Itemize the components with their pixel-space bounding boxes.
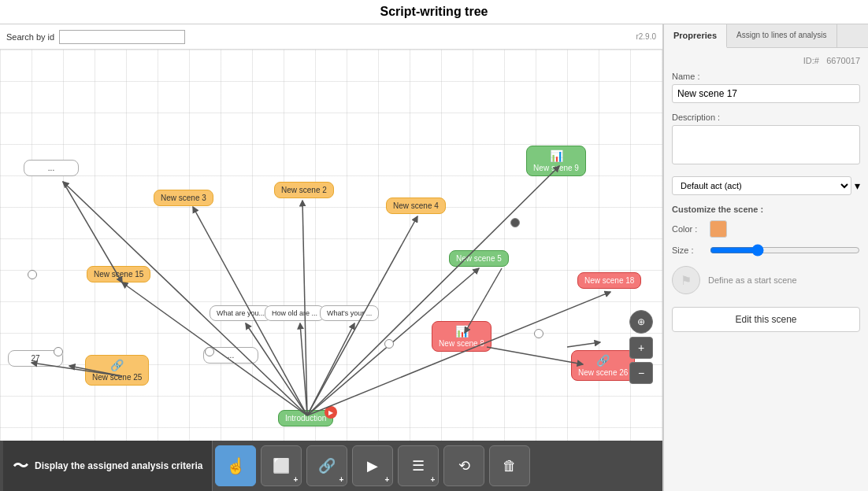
tab-properties[interactable]: Propreries <box>664 24 727 48</box>
connector-1 <box>28 270 37 279</box>
flag-icon: ⚑ <box>672 266 700 294</box>
svg-line-9 <box>300 323 307 415</box>
edit-scene-button[interactable]: Edit this scene <box>672 307 860 332</box>
panel-id-value: 6670017 <box>826 56 860 65</box>
node-new-scene-25[interactable]: 🔗 New scene 25 <box>85 355 149 386</box>
act-select[interactable]: Default act (act) Act 1 Act 2 Act 3 <box>672 176 851 195</box>
connector-6 <box>534 329 543 338</box>
node-new-scene-4[interactable]: New scene 4 <box>386 198 446 214</box>
panel-tabs: Propreries Assign to lines of analysis <box>664 24 868 48</box>
customize-section: Customize the scene : Color : Size : <box>672 205 860 257</box>
play-badge: ▶ <box>325 406 337 419</box>
canvas-area: Search by id r2.9.0 <box>0 24 663 491</box>
size-slider[interactable] <box>710 244 860 257</box>
tool-cursor[interactable]: ☝ <box>215 445 256 486</box>
search-label: Search by id <box>6 32 54 42</box>
connector-3 <box>205 347 214 356</box>
tab-assign-lines[interactable]: Assign to lines of analysis <box>727 24 837 47</box>
svg-line-13 <box>567 342 600 347</box>
name-field: Name : <box>672 72 860 103</box>
tool-delete[interactable]: 🗑 <box>489 445 530 486</box>
node-what-are-you[interactable]: What are you... <box>210 305 272 321</box>
description-input[interactable] <box>672 125 860 164</box>
node-new-scene-3[interactable]: New scene 3 <box>154 190 213 206</box>
node-new-scene-2[interactable]: New scene 2 <box>274 182 334 198</box>
color-swatch[interactable] <box>710 220 727 238</box>
tool-branch[interactable]: ⟲ <box>443 445 484 486</box>
color-row: Color : <box>672 220 860 238</box>
description-label: Description : <box>672 113 860 122</box>
analysis-button[interactable]: 〜 Display the assigned analysis criteria <box>3 441 213 491</box>
svg-line-12 <box>487 347 583 364</box>
svg-line-8 <box>246 323 307 415</box>
tool-link[interactable]: 🔗 + <box>306 445 347 486</box>
zoom-in-button[interactable]: + <box>629 337 653 359</box>
title-text: Script-writing tree <box>380 5 488 18</box>
node-new-scene-5[interactable]: New scene 5 <box>449 250 509 267</box>
node-new-scene-18[interactable]: New scene 18 <box>577 272 641 289</box>
connector-2 <box>54 347 63 356</box>
act-field: Default act (act) Act 1 Act 2 Act 3 ▾ <box>672 176 860 195</box>
color-label: Color : <box>672 224 703 234</box>
tool-play[interactable]: ▶ + <box>352 445 393 486</box>
analysis-icon: 〜 <box>13 456 28 477</box>
tool-scene[interactable]: ⬜ + <box>261 445 302 486</box>
connector-4 <box>384 339 394 349</box>
zoom-out-button[interactable]: − <box>629 362 653 384</box>
svg-line-10 <box>307 323 354 415</box>
start-scene-label: Define as a start scene <box>708 275 797 285</box>
description-field: Description : <box>672 113 860 167</box>
panel-content: ID:# 6670017 Name : Description : Defaul… <box>664 48 868 491</box>
act-dropdown-icon: ▾ <box>855 179 860 192</box>
center-button[interactable]: ⊕ <box>629 310 653 334</box>
zoom-controls: ⊕ + − <box>629 310 653 384</box>
search-input[interactable] <box>59 30 185 44</box>
app-title: Script-writing tree <box>0 0 868 24</box>
node-new-scene-15[interactable]: New scene 15 <box>87 266 150 282</box>
name-input[interactable] <box>672 84 860 103</box>
node-introduction[interactable]: ▶ Introduction <box>278 410 333 426</box>
size-row: Size : <box>672 244 860 257</box>
analysis-label: Display the assigned analysis criteria <box>35 460 202 471</box>
name-label: Name : <box>672 72 860 81</box>
size-label: Size : <box>672 246 703 255</box>
node-new-scene-26[interactable]: 🔗 New scene 26 <box>571 350 635 381</box>
connector-5 <box>510 218 520 227</box>
customize-label: Customize the scene : <box>672 205 860 214</box>
tool-list[interactable]: ☰ + <box>398 445 439 486</box>
node-whats-your[interactable]: What's your ... <box>320 305 379 321</box>
canvas-toolbar: Search by id r2.9.0 <box>0 24 662 50</box>
node-new-scene-9[interactable]: 📊 New scene 9 <box>526 146 586 176</box>
version-label: r2.9.0 <box>636 32 656 41</box>
start-scene-row: ⚑ Define as a start scene <box>672 266 860 294</box>
panel-id-row: ID:# 6670017 <box>672 56 860 65</box>
node-new-scene-8[interactable]: 📊 New scene 8 <box>432 321 491 352</box>
node-how-old[interactable]: How old are ... <box>265 305 325 321</box>
canvas-body[interactable]: ... New scene 3 New scene 2 New scene 4 … <box>0 50 662 441</box>
bottom-toolbar: 〜 Display the assigned analysis criteria… <box>0 441 662 491</box>
right-panel: Propreries Assign to lines of analysis I… <box>663 24 868 491</box>
node-ellipsis-1[interactable]: ... <box>24 160 79 176</box>
